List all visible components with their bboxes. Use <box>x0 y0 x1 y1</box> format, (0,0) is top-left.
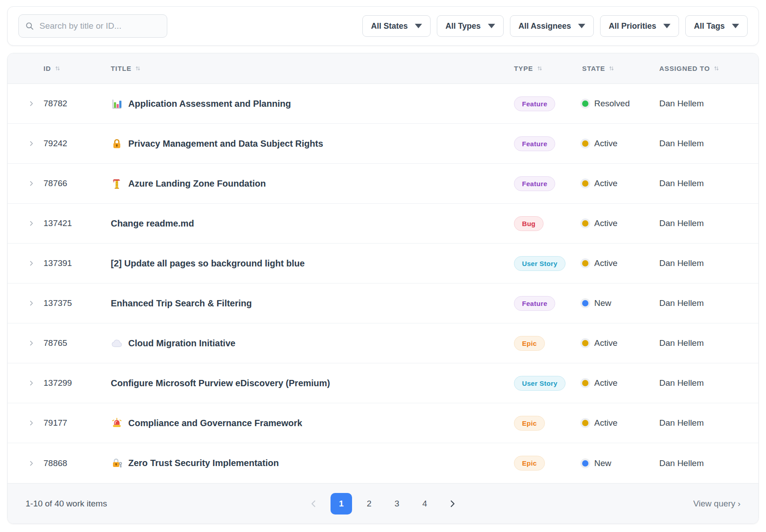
filter-dropdown-all-types[interactable]: All Types <box>437 15 504 37</box>
filter-dropdown-all-assignees[interactable]: All Assignees <box>510 15 594 37</box>
row-expander-button[interactable] <box>26 337 37 349</box>
work-item-id: 137421 <box>44 218 111 228</box>
column-header-assigned-to[interactable]: ASSIGNED TO <box>659 65 741 72</box>
assignee-name: Dan Hellem <box>659 99 741 109</box>
chevron-right-icon <box>28 100 35 107</box>
row-expander-button[interactable] <box>26 297 37 309</box>
state-cell: New <box>582 458 659 468</box>
lock-icon <box>111 138 123 150</box>
table-row[interactable]: 137299 Configure Microsoft Purview eDisc… <box>8 363 758 403</box>
table-row[interactable]: 137391 [2] Update all pages so backgroun… <box>8 244 758 283</box>
row-expander-button[interactable] <box>26 138 37 149</box>
table-row[interactable]: 79177 Compliance and Governance Framewor… <box>8 403 758 443</box>
work-item-id: 137375 <box>44 298 111 308</box>
type-cell: User Story <box>514 376 582 391</box>
type-badge: Epic <box>514 416 545 431</box>
table-row[interactable]: 79242 Privacy Management and Data Subjec… <box>8 124 758 164</box>
state-cell: Active <box>582 139 659 148</box>
type-badge: Feature <box>514 96 555 111</box>
pagination-page-button-2[interactable]: 2 <box>358 493 380 515</box>
work-item-title: Privacy Management and Data Subject Righ… <box>128 139 323 149</box>
work-item-title-cell: Application Assessment and Planning <box>111 98 514 110</box>
assignee-name: Dan Hellem <box>659 378 741 388</box>
pagination-page-button-1[interactable]: 1 <box>331 493 352 515</box>
column-label: TYPE <box>514 65 533 72</box>
state-dot <box>582 220 588 227</box>
row-expander-button[interactable] <box>26 417 37 429</box>
filter-label: All Types <box>445 22 481 31</box>
chevron-right-icon <box>28 260 35 266</box>
work-item-title: Enhanced Trip Search & Filtering <box>111 298 252 309</box>
table-row[interactable]: 78765 Cloud Migration Initiative Epic Ac… <box>8 323 758 363</box>
state-cell: Active <box>582 258 659 268</box>
state-cell: Active <box>582 179 659 188</box>
work-item-title: Compliance and Governance Framework <box>128 418 302 428</box>
chevron-right-icon <box>28 380 35 386</box>
state-dot <box>582 420 588 426</box>
work-item-id: 137391 <box>44 258 111 268</box>
work-item-id: 78782 <box>44 99 111 109</box>
chevron-right-icon <box>28 460 35 467</box>
pagination-next-button[interactable] <box>444 495 461 513</box>
filter-dropdown-all-tags[interactable]: All Tags <box>685 15 748 37</box>
state-label: New <box>594 298 611 308</box>
type-badge: Feature <box>514 296 555 311</box>
filter-label: All Assignees <box>518 22 571 31</box>
table-row[interactable]: 78766 Azure Landing Zone Foundation Feat… <box>8 164 758 204</box>
table-row[interactable]: 137375 Enhanced Trip Search & Filtering … <box>8 283 758 323</box>
state-dot <box>582 340 588 346</box>
column-header-state[interactable]: STATE <box>582 65 659 72</box>
state-label: Active <box>594 218 618 228</box>
filter-dropdown-all-states[interactable]: All States <box>362 15 431 37</box>
assignee-name: Dan Hellem <box>659 418 741 428</box>
state-dot <box>582 300 588 306</box>
chevron-right-icon <box>448 499 457 508</box>
construction-icon <box>111 178 123 190</box>
sort-icon <box>54 65 61 72</box>
type-cell: Feature <box>514 136 582 151</box>
chevron-down-icon <box>415 24 422 28</box>
chevron-down-icon <box>663 24 670 28</box>
pagination-prev-button[interactable] <box>305 495 322 513</box>
table-row[interactable]: 78782 Application Assessment and Plannin… <box>8 84 758 124</box>
state-label: Active <box>594 378 618 388</box>
search-input[interactable] <box>18 14 167 38</box>
row-expander-button[interactable] <box>26 377 37 389</box>
column-header-type[interactable]: TYPE <box>514 65 582 72</box>
assignee-name: Dan Hellem <box>659 298 741 308</box>
row-expander-button[interactable] <box>26 218 37 229</box>
column-header-title[interactable]: TITLE <box>111 65 514 72</box>
view-query-link[interactable]: View query › <box>693 499 740 509</box>
state-cell: Active <box>582 338 659 348</box>
row-expander-button[interactable] <box>26 257 37 269</box>
filter-bar: All States All Types All Assignees All P… <box>362 15 748 37</box>
state-label: Active <box>594 338 618 348</box>
table-body: 78782 Application Assessment and Plannin… <box>8 84 758 483</box>
type-cell: Feature <box>514 296 582 311</box>
items-count-summary: 1-10 of 40 work items <box>26 499 107 509</box>
chevron-down-icon <box>578 24 585 28</box>
state-label: New <box>594 458 611 468</box>
type-badge: Feature <box>514 136 555 151</box>
column-header-id[interactable]: ID <box>44 65 111 72</box>
bar-chart-icon <box>111 98 123 110</box>
state-cell: Active <box>582 418 659 428</box>
filter-label: All Priorities <box>609 22 656 31</box>
state-label: Resolved <box>594 99 630 109</box>
table-row[interactable]: 78868 Zero Trust Security Implementation… <box>8 443 758 483</box>
row-expander-button[interactable] <box>26 458 37 469</box>
state-dot <box>582 180 588 187</box>
pagination-page-button-3[interactable]: 3 <box>386 493 408 515</box>
work-item-title-cell: Change readme.md <box>111 218 514 229</box>
type-badge: Epic <box>514 456 545 471</box>
row-expander-button[interactable] <box>26 98 37 109</box>
filter-dropdown-all-priorities[interactable]: All Priorities <box>600 15 679 37</box>
pagination-page-button-4[interactable]: 4 <box>414 493 435 515</box>
chevron-right-icon <box>28 140 35 147</box>
table-row[interactable]: 137421 Change readme.md Bug Active Dan H… <box>8 204 758 244</box>
work-item-title: Zero Trust Security Implementation <box>128 458 279 468</box>
row-expander-button[interactable] <box>26 178 37 189</box>
type-cell: Epic <box>514 416 582 431</box>
toolbar: All States All Types All Assignees All P… <box>7 6 759 46</box>
work-item-title-cell: [2] Update all pages so background light… <box>111 258 514 269</box>
